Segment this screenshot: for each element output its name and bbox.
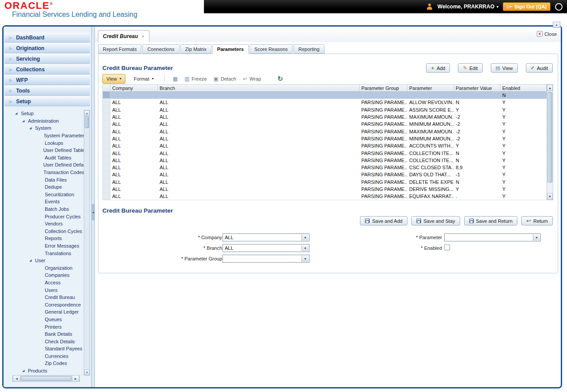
tree-item[interactable]: ◢ Products [4, 367, 84, 375]
tree-item[interactable]: ◢ Dedupe [4, 183, 84, 191]
tree-item[interactable]: ◢ Securitization [4, 191, 84, 198]
scroll-left-button[interactable]: ◀ [13, 376, 20, 381]
scroll-right-button[interactable]: ▶ [72, 376, 79, 381]
tree-item[interactable]: ◢ Correspondence [4, 301, 84, 308]
row-handle[interactable] [102, 171, 110, 178]
row-handle[interactable] [102, 113, 110, 120]
table-row[interactable]: ALL ALL PARSING PARAME... COLLECTION ITE… [102, 149, 547, 156]
tree-item[interactable]: ◢ User [4, 257, 84, 264]
save-and-stay-button[interactable]: Save and Stay [411, 216, 460, 225]
tree-item[interactable]: ◢ System [4, 124, 84, 132]
table-row[interactable]: ALL ALL PARSING PARAME... ACCOUNTS WITH.… [102, 142, 547, 149]
row-handle[interactable] [102, 142, 110, 149]
row-handle[interactable] [102, 186, 110, 193]
company-select[interactable]: ALL ▼ [223, 233, 309, 241]
save-and-return-button[interactable]: Save and Return [464, 216, 518, 225]
scroll-thumb[interactable] [21, 376, 71, 381]
table-row[interactable]: ALL ALL PARSING PARAME... DAYS OLD THAT.… [102, 171, 547, 178]
sidebar-item-servicing[interactable]: ▷Servicing [4, 54, 90, 64]
tree-item[interactable]: ◢ Setup [4, 110, 84, 117]
tree-item[interactable]: ◢ Zip Codes [4, 360, 84, 367]
view-button[interactable]: ▤View [491, 63, 518, 73]
table-row[interactable]: ALL ALL PARSING PARAME... MAXIMUM AMOUN.… [102, 128, 547, 135]
tree-item[interactable]: ◢ User Defined Default [4, 161, 84, 169]
tree-item[interactable]: ◢ Transaction Codes [4, 169, 84, 176]
tree-item[interactable]: ◢ General Ledger [4, 308, 84, 316]
sidebar-item-collections[interactable]: ▷Collections [4, 65, 90, 74]
enabled-checkbox[interactable] [444, 245, 450, 250]
tree-item[interactable]: ◢ Access [4, 279, 84, 287]
tree-item[interactable]: ◢ Organization [4, 264, 84, 272]
table-row[interactable]: ALL ALL PARSING PARAME... COLLECTION ITE… [102, 157, 547, 164]
row-handle[interactable] [102, 193, 110, 200]
row-handle[interactable] [102, 179, 110, 186]
tree-item[interactable]: ◢ Lookups [4, 139, 84, 147]
scroll-down-button[interactable]: ▼ [84, 369, 90, 375]
tree-item[interactable]: ◢ Credit Bureau [4, 294, 84, 301]
table-row[interactable]: ALL ALL PARSING PARAME... MINIMUM AMOUN.… [102, 135, 547, 142]
table-row[interactable]: ALL ALL PARSING PARAME... DELETE THE EXP… [102, 179, 547, 186]
branch-select[interactable]: ALL ▼ [223, 244, 309, 252]
sign-out-button[interactable]: Sign Out [QA] [503, 2, 551, 11]
sidebar-item-dashboard[interactable]: ▷DashBoard [4, 33, 90, 43]
tree-item[interactable]: ◢ Error Messages [4, 242, 84, 250]
tab-reporting[interactable]: Reporting [293, 44, 325, 54]
row-handle[interactable] [102, 120, 110, 128]
return-button[interactable]: ↩Return [521, 216, 553, 225]
tree-item[interactable]: ◢ Vendors [4, 220, 84, 228]
row-handle[interactable] [102, 106, 110, 113]
tree-item[interactable]: ◢ Events [4, 198, 84, 206]
table-row[interactable]: ALL ALL PARSING PARAME... EQUIFAX NARRAT… [102, 193, 547, 200]
welcome-menu[interactable]: Welcome, PRAKRRAO▾ [438, 4, 498, 10]
row-handle[interactable] [102, 149, 110, 156]
row-handle[interactable] [102, 157, 110, 164]
parameter-group-select[interactable]: ▼ [223, 255, 309, 263]
tree-item[interactable]: ◢ Standard Payees [4, 345, 84, 353]
table-row[interactable]: ALL ALL PARSING PARAME... CSC CLOSED STA… [102, 164, 547, 171]
audit-button[interactable]: ✓Audit [526, 63, 553, 73]
tree-item[interactable]: ◢ Reports [4, 235, 84, 242]
sidebar-item-wfp[interactable]: ▷WFP [4, 75, 90, 85]
tab-credit-bureau[interactable]: Credit Bureau × [98, 30, 149, 42]
sidebar-item-tools[interactable]: ▷Tools [4, 86, 90, 96]
expanded-node-icon[interactable]: ◢ [29, 259, 33, 262]
scroll-down-button[interactable]: ▼ [547, 193, 553, 200]
tab-score-reasons[interactable]: Score Reasons [250, 44, 293, 54]
parameter-combobox[interactable]: ▼ [444, 233, 541, 241]
chevron-down-icon[interactable]: ▼ [533, 234, 540, 241]
tree-item[interactable]: ◢ Administration [4, 117, 84, 125]
row-handle[interactable] [102, 99, 110, 106]
refresh-button[interactable]: ↻ [278, 75, 283, 82]
save-and-add-button[interactable]: Save and Add [360, 216, 407, 225]
table-row[interactable]: ALL ALL PARSING PARAME... MAXIMUM AMOUN.… [102, 113, 547, 120]
tab-connections[interactable]: Connections [142, 44, 179, 54]
format-menu-button[interactable]: Format▾ [132, 76, 156, 82]
tree-item[interactable]: ◢ Users [4, 286, 84, 294]
expanded-node-icon[interactable]: ◢ [22, 119, 26, 123]
page-scroll-up-button[interactable]: ▲ [553, 22, 560, 28]
tree-item[interactable]: ◢ Printers [4, 323, 84, 330]
tree-item[interactable]: ◢ Translations [4, 249, 84, 257]
view-menu-button[interactable]: View▾ [102, 74, 125, 84]
tab-parameters[interactable]: Parameters [212, 44, 249, 54]
expanded-node-icon[interactable]: ◢ [29, 126, 33, 130]
tree-item[interactable]: ◢ Queues [4, 316, 84, 323]
tree-item[interactable]: ◢ Batch Jobs [4, 206, 84, 213]
sidebar-item-setup[interactable]: ▷Setup [4, 97, 90, 106]
row-handle[interactable] [102, 128, 110, 135]
tree-item[interactable]: ◢ Currencies [4, 353, 84, 360]
table-row[interactable]: ALL ALL PARSING PARAME... DERIVE MISSING… [102, 186, 547, 193]
tab-report-formats[interactable]: Report Formats [98, 44, 141, 54]
tree-item[interactable]: ◢ System Parameter [4, 132, 84, 140]
row-handle[interactable] [102, 92, 110, 99]
table-row[interactable]: ALL ALL PARSING PARAME... ASSIGN SCORE E… [102, 106, 547, 113]
tree-item[interactable]: ◢ Check Details [4, 338, 84, 345]
scroll-thumb[interactable] [85, 116, 89, 128]
scroll-up-button[interactable]: ▲ [547, 85, 553, 91]
table-row[interactable]: ALL ALL PARSING PARAME... ALLOW REVOLVIN… [102, 99, 547, 106]
table-row[interactable]: N [102, 92, 547, 99]
expanded-node-icon[interactable]: ◢ [22, 369, 26, 373]
column-header-parameter-group[interactable]: Parameter Group [360, 84, 407, 92]
scroll-thumb[interactable] [547, 92, 552, 182]
detach-button[interactable]: ▣Detach [213, 76, 236, 82]
